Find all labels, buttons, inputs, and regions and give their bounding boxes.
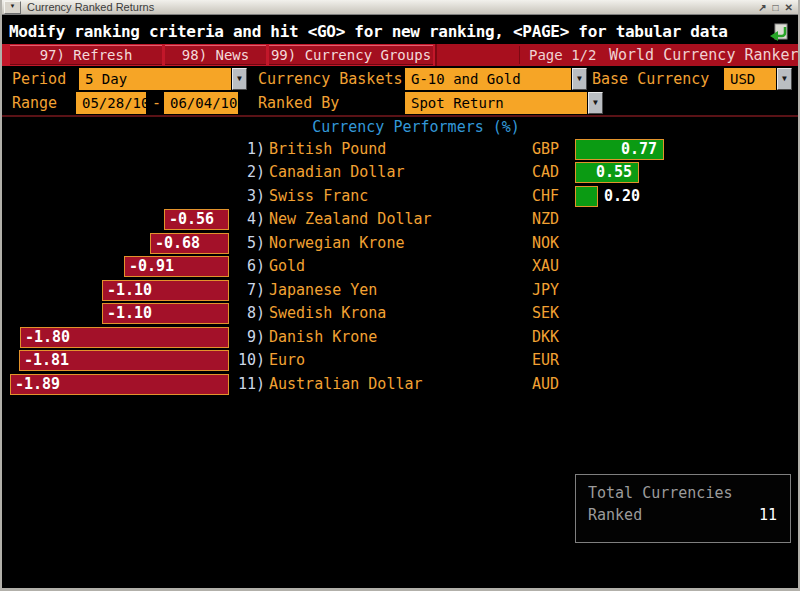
ranking-row: 10)EuroEUR-1.81 [2, 350, 798, 371]
ranking-row: 1)British PoundGBP0.77 [2, 139, 798, 160]
maximize-icon[interactable]: □ [773, 2, 779, 13]
window-title: Currency Ranked Returns [27, 1, 758, 13]
positive-return-bar [575, 186, 598, 207]
ranking-row: 4)New Zealand DollarNZD-0.56 [2, 209, 798, 230]
menu-divider [519, 46, 520, 64]
ranking-row: 2)Canadian DollarCAD0.55 [2, 162, 798, 183]
currency-name[interactable]: British Pound [269, 139, 386, 160]
return-value-label: -0.56 [169, 209, 214, 230]
total-currencies-label: Total Currencies [588, 484, 733, 502]
currency-code: EUR [532, 350, 559, 371]
export-arrow-icon[interactable] [768, 23, 790, 43]
ranking-row: 3)Swiss FrancCHF0.20 [2, 186, 798, 207]
menu-item-refresh[interactable]: 97) Refresh [10, 45, 162, 65]
currency-name[interactable]: Australian Dollar [269, 374, 423, 395]
terminal-window: ▼ Currency Ranked Returns ↗ □ ✕ Modify r… [0, 0, 800, 591]
page-indicator: Page 1/2 [529, 44, 596, 66]
ranking-row: 8)Swedish KronaSEK-1.10 [2, 303, 798, 324]
period-dropdown-arrow-icon[interactable]: ▼ [232, 68, 247, 90]
range-separator: - [152, 92, 161, 114]
currency-name[interactable]: Japanese Yen [269, 280, 377, 301]
return-value-label: -1.81 [24, 350, 69, 371]
close-icon[interactable]: ✕ [785, 2, 793, 13]
currency-name[interactable]: Canadian Dollar [269, 162, 404, 183]
rank-number[interactable]: 1) [172, 139, 265, 160]
range-end-input[interactable]: 06/04/10 [164, 92, 238, 114]
ranked-by-label: Ranked By [258, 92, 339, 114]
ranked-by-select[interactable]: Spot Return [405, 92, 587, 114]
return-value-label: -1.89 [15, 374, 60, 395]
currency-code: XAU [532, 256, 559, 277]
return-value-label: -0.91 [129, 256, 174, 277]
window-controls: ↗ □ ✕ [758, 2, 793, 13]
return-value-label: 0.20 [604, 186, 640, 207]
currency-name[interactable]: New Zealand Dollar [269, 209, 432, 230]
currency-code: NOK [532, 233, 559, 254]
menu-item-news[interactable]: 98) News [165, 45, 266, 65]
currency-code: DKK [532, 327, 559, 348]
base-currency-label: Base Currency [592, 68, 709, 90]
range-label: Range [12, 92, 57, 114]
terminal-screen: Modify ranking criteria and hit <GO> for… [2, 15, 798, 588]
period-select[interactable]: 5 Day [79, 68, 231, 90]
menu-right-panel: Page 1/2 World Currency Ranker [435, 44, 798, 66]
currency-name[interactable]: Euro [269, 350, 305, 371]
base-currency-dropdown-arrow-icon[interactable]: ▼ [777, 68, 792, 90]
currency-baskets-label: Currency Baskets [258, 68, 403, 90]
period-label: Period [12, 68, 66, 90]
currency-name[interactable]: Swedish Krona [269, 303, 386, 324]
return-value-label: -1.80 [25, 327, 70, 348]
currency-code: CAD [532, 162, 559, 183]
form-separator [2, 115, 798, 117]
return-value-label: -1.10 [107, 280, 152, 301]
currency-name[interactable]: Gold [269, 256, 305, 277]
shade-icon[interactable]: ↗ [758, 2, 766, 13]
currency-name[interactable]: Danish Krone [269, 327, 377, 348]
ranking-row: 9)Danish KroneDKK-1.80 [2, 327, 798, 348]
app-title: World Currency Ranker [609, 44, 799, 66]
menu-item-currency-groups[interactable]: 99) Currency Groups [269, 45, 433, 65]
currency-name[interactable]: Norwegian Krone [269, 233, 404, 254]
chart-title: Currency Performers (%) [32, 118, 800, 136]
instruction-message: Modify ranking criteria and hit <GO> for… [9, 22, 728, 41]
currency-code: GBP [532, 139, 559, 160]
currency-code: SEK [532, 303, 559, 324]
ranking-row: 11)Australian DollarAUD-1.89 [2, 374, 798, 395]
return-value-label: 0.55 [575, 162, 632, 183]
title-bar: ▼ Currency Ranked Returns ↗ □ ✕ [2, 0, 798, 15]
currency-name[interactable]: Swiss Franc [269, 186, 368, 207]
return-value-label: 0.77 [575, 139, 657, 160]
total-currencies-value: 11 [759, 506, 777, 524]
currency-code: JPY [532, 280, 559, 301]
base-currency-select[interactable]: USD [724, 68, 776, 90]
currency-ranking-list: 1)British PoundGBP0.772)Canadian DollarC… [2, 139, 798, 419]
return-value-label: -0.68 [155, 233, 200, 254]
currency-code: AUD [532, 374, 559, 395]
total-ranked-label: Ranked [588, 506, 642, 524]
rank-number[interactable]: 3) [172, 186, 265, 207]
currency-baskets-dropdown-arrow-icon[interactable]: ▼ [572, 68, 587, 90]
range-start-input[interactable]: 05/28/10 [76, 92, 146, 114]
rank-number[interactable]: 2) [172, 162, 265, 183]
currency-code: NZD [532, 209, 559, 230]
currency-baskets-select[interactable]: G-10 and Gold [405, 68, 571, 90]
ranked-by-dropdown-arrow-icon[interactable]: ▼ [588, 92, 603, 114]
menu-bar: 97) Refresh 98) News 99) Currency Groups… [2, 44, 798, 66]
ranking-row: 6)GoldXAU-0.91 [2, 256, 798, 277]
window-menu-button[interactable]: ▼ [4, 1, 21, 14]
ranking-row: 5)Norwegian KroneNOK-0.68 [2, 233, 798, 254]
ranking-row: 7)Japanese YenJPY-1.10 [2, 280, 798, 301]
currency-code: CHF [532, 186, 559, 207]
return-value-label: -1.10 [107, 303, 152, 324]
total-currencies-box: Total Currencies Ranked 11 [575, 474, 791, 543]
